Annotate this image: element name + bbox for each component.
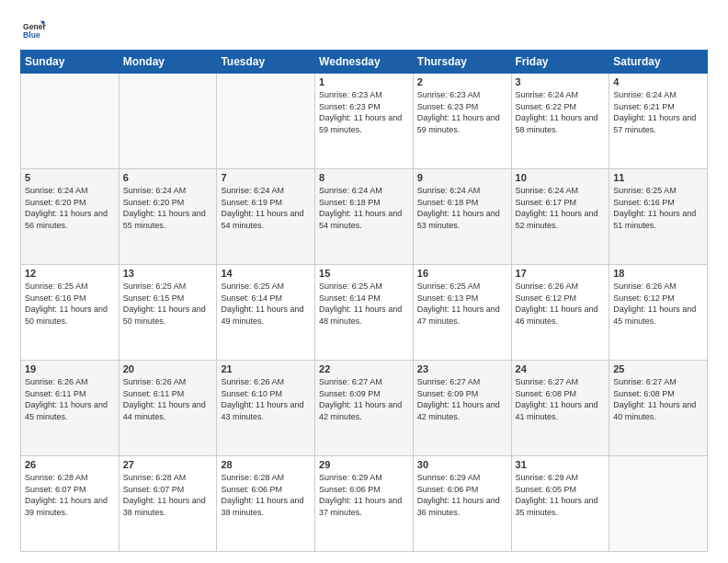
calendar-cell: 15Sunrise: 6:25 AMSunset: 6:14 PMDayligh… — [315, 265, 414, 361]
day-number: 12 — [25, 268, 115, 279]
day-info: Sunrise: 6:27 AMSunset: 6:08 PMDaylight:… — [613, 376, 703, 422]
day-info: Sunrise: 6:29 AMSunset: 6:06 PMDaylight:… — [417, 472, 507, 518]
day-info: Sunrise: 6:26 AMSunset: 6:11 PMDaylight:… — [123, 376, 213, 422]
calendar-cell: 27Sunrise: 6:28 AMSunset: 6:07 PMDayligh… — [119, 456, 217, 552]
header-friday: Friday — [511, 51, 609, 74]
calendar-cell — [217, 74, 315, 169]
calendar-cell: 28Sunrise: 6:28 AMSunset: 6:06 PMDayligh… — [217, 456, 315, 552]
calendar-week-3: 12Sunrise: 6:25 AMSunset: 6:16 PMDayligh… — [21, 265, 708, 361]
logo-icon: General Blue — [20, 17, 46, 42]
day-info: Sunrise: 6:25 AMSunset: 6:16 PMDaylight:… — [25, 281, 115, 327]
day-info: Sunrise: 6:24 AMSunset: 6:18 PMDaylight:… — [417, 185, 507, 231]
calendar-cell: 3Sunrise: 6:24 AMSunset: 6:22 PMDaylight… — [511, 74, 609, 169]
day-number: 21 — [221, 363, 311, 374]
day-number: 10 — [516, 172, 606, 183]
day-number: 1 — [319, 76, 409, 87]
day-number: 30 — [417, 459, 507, 470]
calendar-cell: 13Sunrise: 6:25 AMSunset: 6:15 PMDayligh… — [119, 265, 217, 361]
calendar-week-4: 19Sunrise: 6:26 AMSunset: 6:11 PMDayligh… — [21, 361, 708, 456]
header-sunday: Sunday — [21, 51, 119, 74]
calendar-header-row: SundayMondayTuesdayWednesdayThursdayFrid… — [21, 51, 708, 74]
calendar-cell: 30Sunrise: 6:29 AMSunset: 6:06 PMDayligh… — [413, 456, 511, 552]
day-number: 11 — [613, 172, 703, 183]
calendar-cell: 18Sunrise: 6:26 AMSunset: 6:12 PMDayligh… — [609, 265, 708, 361]
day-number: 8 — [319, 172, 409, 183]
calendar-cell: 26Sunrise: 6:28 AMSunset: 6:07 PMDayligh… — [21, 456, 119, 552]
header-wednesday: Wednesday — [315, 51, 414, 74]
day-number: 22 — [319, 363, 409, 374]
day-number: 5 — [25, 172, 115, 183]
header-tuesday: Tuesday — [217, 51, 315, 74]
calendar-cell: 14Sunrise: 6:25 AMSunset: 6:14 PMDayligh… — [217, 265, 315, 361]
day-number: 27 — [123, 459, 213, 470]
calendar-cell: 8Sunrise: 6:24 AMSunset: 6:18 PMDaylight… — [315, 169, 414, 265]
day-number: 29 — [319, 459, 409, 470]
calendar-cell: 12Sunrise: 6:25 AMSunset: 6:16 PMDayligh… — [21, 265, 119, 361]
calendar-cell: 7Sunrise: 6:24 AMSunset: 6:19 PMDaylight… — [217, 169, 315, 265]
day-info: Sunrise: 6:25 AMSunset: 6:14 PMDaylight:… — [319, 281, 409, 327]
calendar-cell — [119, 74, 217, 169]
calendar-cell: 4Sunrise: 6:24 AMSunset: 6:21 PMDaylight… — [609, 74, 708, 169]
day-info: Sunrise: 6:29 AMSunset: 6:05 PMDaylight:… — [516, 472, 606, 518]
day-info: Sunrise: 6:26 AMSunset: 6:10 PMDaylight:… — [221, 376, 311, 422]
day-number: 18 — [613, 268, 703, 279]
calendar-week-5: 26Sunrise: 6:28 AMSunset: 6:07 PMDayligh… — [21, 456, 708, 552]
calendar-cell: 10Sunrise: 6:24 AMSunset: 6:17 PMDayligh… — [511, 169, 609, 265]
day-info: Sunrise: 6:26 AMSunset: 6:12 PMDaylight:… — [516, 281, 606, 327]
day-info: Sunrise: 6:28 AMSunset: 6:06 PMDaylight:… — [221, 472, 311, 518]
calendar-week-1: 1Sunrise: 6:23 AMSunset: 6:23 PMDaylight… — [21, 74, 708, 169]
calendar-cell: 6Sunrise: 6:24 AMSunset: 6:20 PMDaylight… — [119, 169, 217, 265]
day-number: 26 — [25, 459, 115, 470]
day-number: 4 — [613, 76, 703, 87]
calendar-cell: 22Sunrise: 6:27 AMSunset: 6:09 PMDayligh… — [315, 361, 414, 456]
calendar-cell: 5Sunrise: 6:24 AMSunset: 6:20 PMDaylight… — [21, 169, 119, 265]
day-info: Sunrise: 6:25 AMSunset: 6:16 PMDaylight:… — [613, 185, 703, 231]
day-number: 24 — [516, 363, 606, 374]
day-number: 28 — [221, 459, 311, 470]
day-number: 25 — [613, 363, 703, 374]
day-info: Sunrise: 6:27 AMSunset: 6:09 PMDaylight:… — [417, 376, 507, 422]
day-info: Sunrise: 6:26 AMSunset: 6:12 PMDaylight:… — [613, 281, 703, 327]
calendar-cell: 23Sunrise: 6:27 AMSunset: 6:09 PMDayligh… — [413, 361, 511, 456]
day-info: Sunrise: 6:28 AMSunset: 6:07 PMDaylight:… — [123, 472, 213, 518]
day-info: Sunrise: 6:23 AMSunset: 6:23 PMDaylight:… — [319, 89, 409, 135]
calendar-week-2: 5Sunrise: 6:24 AMSunset: 6:20 PMDaylight… — [21, 169, 708, 265]
calendar-cell: 29Sunrise: 6:29 AMSunset: 6:06 PMDayligh… — [315, 456, 414, 552]
day-info: Sunrise: 6:26 AMSunset: 6:11 PMDaylight:… — [25, 376, 115, 422]
day-number: 9 — [417, 172, 507, 183]
logo: General Blue — [20, 17, 48, 42]
calendar-cell: 11Sunrise: 6:25 AMSunset: 6:16 PMDayligh… — [609, 169, 708, 265]
calendar-cell: 20Sunrise: 6:26 AMSunset: 6:11 PMDayligh… — [119, 361, 217, 456]
day-info: Sunrise: 6:25 AMSunset: 6:13 PMDaylight:… — [417, 281, 507, 327]
calendar-table: SundayMondayTuesdayWednesdayThursdayFrid… — [20, 50, 708, 552]
day-number: 3 — [516, 76, 606, 87]
header: General Blue — [20, 17, 708, 42]
day-info: Sunrise: 6:24 AMSunset: 6:20 PMDaylight:… — [25, 185, 115, 231]
day-number: 14 — [221, 268, 311, 279]
day-info: Sunrise: 6:28 AMSunset: 6:07 PMDaylight:… — [25, 472, 115, 518]
calendar-cell: 25Sunrise: 6:27 AMSunset: 6:08 PMDayligh… — [609, 361, 708, 456]
calendar-cell: 21Sunrise: 6:26 AMSunset: 6:10 PMDayligh… — [217, 361, 315, 456]
header-saturday: Saturday — [609, 51, 708, 74]
day-number: 20 — [123, 363, 213, 374]
day-number: 7 — [221, 172, 311, 183]
day-number: 31 — [516, 459, 606, 470]
day-number: 19 — [25, 363, 115, 374]
calendar-cell: 16Sunrise: 6:25 AMSunset: 6:13 PMDayligh… — [413, 265, 511, 361]
day-info: Sunrise: 6:23 AMSunset: 6:23 PMDaylight:… — [417, 89, 507, 135]
calendar-cell: 9Sunrise: 6:24 AMSunset: 6:18 PMDaylight… — [413, 169, 511, 265]
day-number: 16 — [417, 268, 507, 279]
day-info: Sunrise: 6:24 AMSunset: 6:22 PMDaylight:… — [516, 89, 606, 135]
day-info: Sunrise: 6:24 AMSunset: 6:21 PMDaylight:… — [613, 89, 703, 135]
calendar-cell — [609, 456, 708, 552]
day-info: Sunrise: 6:27 AMSunset: 6:09 PMDaylight:… — [319, 376, 409, 422]
day-number: 23 — [417, 363, 507, 374]
day-info: Sunrise: 6:24 AMSunset: 6:17 PMDaylight:… — [516, 185, 606, 231]
day-info: Sunrise: 6:25 AMSunset: 6:15 PMDaylight:… — [123, 281, 213, 327]
header-thursday: Thursday — [413, 51, 511, 74]
day-number: 15 — [319, 268, 409, 279]
calendar-cell: 17Sunrise: 6:26 AMSunset: 6:12 PMDayligh… — [511, 265, 609, 361]
day-info: Sunrise: 6:27 AMSunset: 6:08 PMDaylight:… — [516, 376, 606, 422]
day-info: Sunrise: 6:29 AMSunset: 6:06 PMDaylight:… — [319, 472, 409, 518]
svg-text:Blue: Blue — [23, 30, 40, 40]
